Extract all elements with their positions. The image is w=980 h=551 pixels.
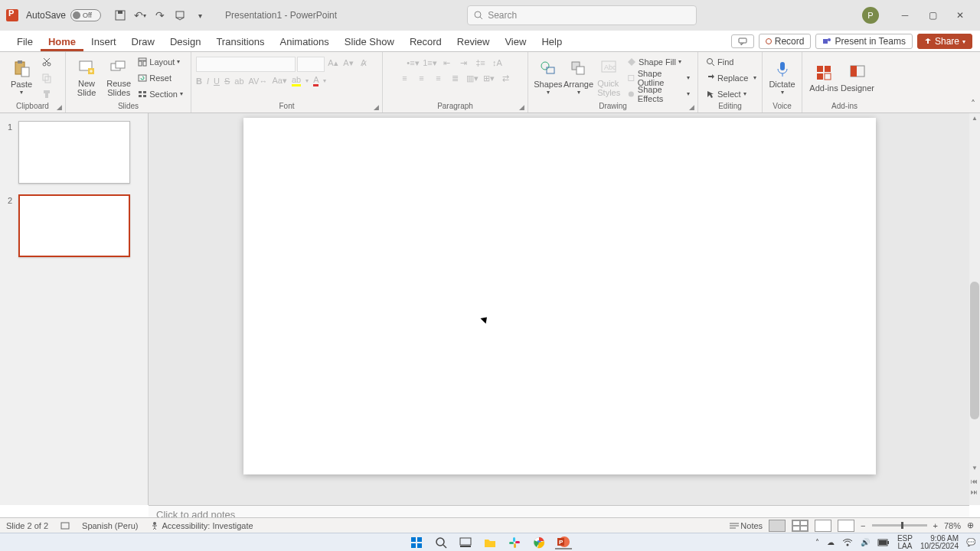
underline-button: U bbox=[214, 77, 220, 86]
taskbar-search-icon[interactable] bbox=[433, 536, 449, 549]
reset-button[interactable]: Reset bbox=[135, 70, 186, 86]
tab-draw[interactable]: Draw bbox=[124, 32, 162, 51]
slide-thumbnail-panel[interactable]: 1 2 bbox=[0, 113, 149, 505]
select-icon bbox=[706, 90, 715, 99]
arrange-button[interactable]: Arrange▾ bbox=[564, 55, 594, 101]
explorer-icon[interactable] bbox=[482, 536, 498, 549]
clock[interactable]: 9:06 AM10/25/2024 bbox=[920, 535, 959, 550]
qat-more-icon[interactable]: ▾ bbox=[191, 7, 208, 24]
record-button[interactable]: Record bbox=[759, 34, 812, 49]
reading-view-icon[interactable] bbox=[815, 520, 831, 532]
text-direction-icon: ↕A bbox=[491, 57, 505, 69]
cut-button[interactable] bbox=[38, 54, 55, 70]
accessibility-checker[interactable]: Accessibility: Investigate bbox=[150, 521, 253, 530]
zoom-percent[interactable]: 78% bbox=[944, 521, 961, 530]
maximize-button[interactable]: ▢ bbox=[919, 5, 946, 26]
tab-file[interactable]: File bbox=[9, 32, 41, 51]
notifications-icon[interactable]: 💬 bbox=[966, 538, 975, 546]
clipboard-launcher-icon[interactable]: ◢ bbox=[57, 103, 62, 111]
normal-view-icon[interactable] bbox=[769, 520, 786, 532]
slideshow-view-icon[interactable] bbox=[838, 520, 854, 532]
vertical-scrollbar[interactable]: ▲ ▼ ⏮ ⏭ bbox=[969, 113, 980, 505]
tab-help[interactable]: Help bbox=[534, 32, 570, 51]
volume-icon[interactable]: 🔊 bbox=[861, 538, 870, 546]
drawing-launcher-icon[interactable]: ◢ bbox=[689, 103, 694, 111]
redo-icon[interactable]: ↷ bbox=[152, 7, 168, 24]
tab-view[interactable]: View bbox=[497, 32, 534, 51]
slack-icon[interactable] bbox=[506, 536, 523, 549]
decrease-font-icon: A▾ bbox=[341, 57, 355, 69]
layout-button[interactable]: Layout▾ bbox=[135, 54, 186, 70]
shapes-button[interactable]: Shapes▾ bbox=[533, 55, 564, 101]
wifi-icon[interactable] bbox=[842, 539, 853, 546]
sorter-view-icon[interactable] bbox=[792, 520, 808, 532]
replace-button[interactable]: Replace▾ bbox=[703, 70, 760, 86]
slide-thumbnail-1[interactable] bbox=[18, 121, 130, 184]
dictate-button[interactable]: Dictate▾ bbox=[767, 55, 797, 101]
new-slide-button[interactable]: New Slide bbox=[70, 55, 103, 101]
reuse-slides-button[interactable]: Reuse Slides bbox=[103, 55, 135, 101]
autosave-toggle[interactable]: Off bbox=[70, 9, 101, 21]
tab-animations[interactable]: Animations bbox=[273, 32, 337, 51]
scrollbar-thumb[interactable] bbox=[970, 282, 979, 419]
designer-button[interactable]: Designer bbox=[841, 55, 874, 101]
from-beginning-icon[interactable] bbox=[172, 7, 188, 24]
scroll-down-icon[interactable]: ▼ bbox=[972, 465, 978, 471]
tab-transitions[interactable]: Transitions bbox=[208, 32, 272, 51]
svg-rect-50 bbox=[851, 66, 857, 77]
slide-thumbnail-2[interactable] bbox=[18, 194, 130, 257]
search-box[interactable]: Search bbox=[467, 5, 697, 25]
scroll-up-icon[interactable]: ▲ bbox=[972, 115, 978, 122]
accessibility-shortcut-icon[interactable] bbox=[60, 521, 70, 530]
minimize-button[interactable]: ─ bbox=[891, 5, 919, 26]
slide-canvas[interactable] bbox=[243, 118, 876, 474]
person-icon bbox=[150, 521, 159, 530]
battery-icon[interactable] bbox=[877, 539, 890, 546]
prev-slide-icon[interactable]: ⏮ bbox=[971, 478, 978, 485]
find-button[interactable]: Find bbox=[703, 54, 760, 70]
svg-rect-46 bbox=[825, 66, 831, 72]
undo-icon[interactable]: ↶▾ bbox=[132, 7, 149, 24]
notes-toggle[interactable]: Notes bbox=[730, 521, 763, 530]
designer-icon bbox=[848, 64, 867, 82]
tab-slideshow[interactable]: Slide Show bbox=[337, 32, 402, 51]
tab-record[interactable]: Record bbox=[402, 32, 449, 51]
start-icon[interactable] bbox=[408, 536, 425, 549]
select-button[interactable]: Select▾ bbox=[703, 86, 760, 102]
tray-chevron-icon[interactable]: ˄ bbox=[815, 538, 819, 546]
tab-insert[interactable]: Insert bbox=[83, 32, 124, 51]
svg-rect-5 bbox=[739, 38, 746, 43]
powerpoint-taskbar-icon[interactable]: P bbox=[555, 536, 572, 549]
task-view-icon[interactable] bbox=[457, 536, 474, 549]
input-locale[interactable]: ESPLAA bbox=[897, 535, 913, 550]
comments-button[interactable] bbox=[731, 34, 754, 48]
collapse-ribbon-icon[interactable]: ˄ bbox=[971, 99, 975, 109]
paragraph-launcher-icon[interactable]: ◢ bbox=[519, 103, 524, 111]
onedrive-icon[interactable]: ☁ bbox=[827, 538, 835, 546]
share-button[interactable]: Share▾ bbox=[917, 34, 972, 49]
svg-line-4 bbox=[480, 17, 482, 19]
font-launcher-icon[interactable]: ◢ bbox=[374, 103, 379, 111]
zoom-slider[interactable] bbox=[872, 524, 927, 527]
section-button[interactable]: Section▾ bbox=[135, 86, 186, 102]
replace-icon bbox=[706, 73, 715, 83]
next-slide-icon[interactable]: ⏭ bbox=[971, 488, 978, 496]
tab-review[interactable]: Review bbox=[449, 32, 498, 51]
profile-avatar[interactable]: P bbox=[862, 7, 879, 24]
zoom-in-button[interactable]: + bbox=[933, 521, 938, 530]
chrome-icon[interactable] bbox=[531, 536, 547, 549]
close-button[interactable]: ✕ bbox=[946, 5, 974, 26]
zoom-out-button[interactable]: − bbox=[861, 521, 865, 530]
fit-to-window-icon[interactable]: ⊕ bbox=[967, 520, 974, 530]
language-indicator[interactable]: Spanish (Peru) bbox=[82, 521, 138, 530]
slide-canvas-area[interactable]: ▲ ▼ ⏮ ⏭ bbox=[149, 113, 980, 505]
tab-design[interactable]: Design bbox=[162, 32, 208, 51]
svg-rect-63 bbox=[460, 546, 471, 547]
svg-rect-48 bbox=[825, 73, 831, 80]
svg-rect-30 bbox=[139, 95, 142, 97]
paste-button[interactable]: Paste▾ bbox=[5, 55, 38, 101]
save-icon[interactable] bbox=[112, 7, 129, 24]
addins-button[interactable]: Add-ins bbox=[807, 55, 841, 101]
tab-home[interactable]: Home bbox=[41, 32, 83, 51]
present-in-teams-button[interactable]: Present in Teams bbox=[815, 34, 913, 49]
